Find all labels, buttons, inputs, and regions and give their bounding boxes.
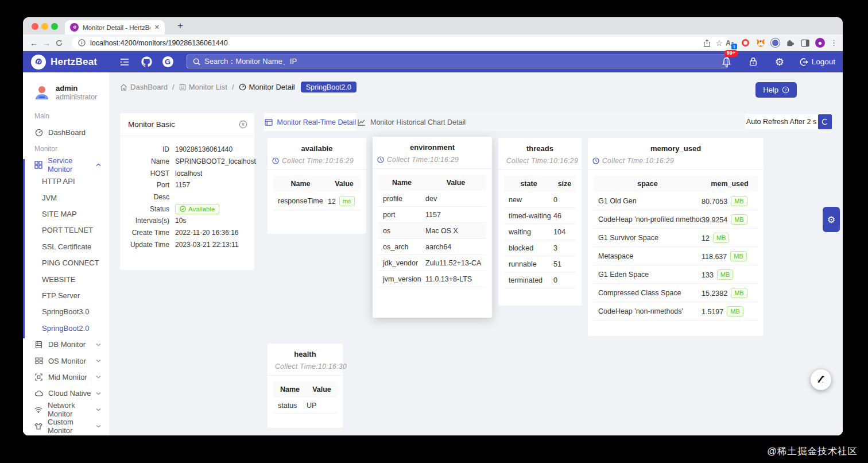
fullscreen-window-button[interactable] [51, 23, 58, 30]
unit-badge: MB [731, 196, 747, 206]
sidebar-item-db-monitor[interactable]: DB Monitor [23, 336, 109, 352]
notification-bell-icon[interactable]: 99+ [720, 55, 734, 69]
sidebar: admin administrator Main DashBoard Monit… [23, 72, 109, 435]
table-row: port1157 [378, 207, 486, 223]
browser-profile-avatar[interactable]: ☻ [815, 38, 825, 48]
search-icon [193, 58, 200, 65]
chevron-up-icon [96, 163, 101, 167]
breadcrumb-monitor-list[interactable]: Monitor List [179, 83, 227, 91]
logout-label: Logout [812, 57, 835, 66]
hertzbeat-brand[interactable]: HertzBeat [31, 55, 97, 70]
reload-icon[interactable] [53, 37, 65, 49]
dashboard-icon [34, 129, 43, 137]
magic-wand-cursor-icon [811, 369, 831, 390]
sidebar-item-springboot3[interactable]: SpringBoot3.0 [23, 304, 109, 320]
help-button[interactable]: Help ? [755, 82, 797, 98]
site-info-icon[interactable] [78, 39, 86, 47]
sidebar-item-http-api[interactable]: HTTP API [23, 173, 109, 190]
share-icon[interactable] [703, 39, 711, 47]
card-title: available [268, 138, 366, 153]
user-block: admin administrator [23, 80, 109, 108]
collect-time: Collect Time:10:16:30 [275, 362, 347, 371]
browser-tab-strip: Monitor Detail - HertzBeat ✕ + [23, 17, 843, 34]
gitee-icon[interactable]: G [161, 55, 175, 69]
card-close-icon[interactable] [239, 120, 247, 129]
tab-historical-chart[interactable]: Monitor Historical Chart Detail [356, 113, 467, 131]
unit-badge: MB [717, 269, 734, 280]
user-avatar [33, 84, 51, 101]
minimize-window-button[interactable] [41, 23, 48, 30]
table-row: responseTime12ms [273, 192, 361, 210]
browser-menu-icon[interactable]: ⋮ [830, 38, 838, 47]
tab-realtime-detail[interactable]: Monitor Real-Time Detail [264, 113, 356, 131]
refresh-button[interactable] [818, 114, 832, 129]
hertzbeat-logo-icon [31, 55, 46, 70]
close-window-button[interactable] [32, 23, 38, 30]
sidebar-item-label: DB Monitor [48, 340, 86, 349]
forward-icon[interactable]: → [40, 37, 53, 49]
sidebar-item-custom-monitor[interactable]: Custom Monitor [23, 418, 109, 434]
metamask-extension-icon[interactable] [755, 38, 765, 48]
collect-time: Collect Time:10:16:29 [387, 156, 459, 164]
red-extension-icon[interactable] [741, 38, 750, 48]
table-row: waiting104 [504, 224, 576, 240]
back-icon[interactable]: ← [28, 37, 40, 49]
table-row: osMac OS X [378, 223, 486, 239]
gear-icon: ⚙ [827, 214, 835, 225]
browser-tab[interactable]: Monitor Detail - HertzBeat ✕ [65, 20, 165, 34]
menu-fold-icon[interactable] [118, 55, 131, 69]
chevron-down-icon [96, 343, 101, 346]
new-tab-button[interactable]: + [173, 19, 187, 33]
sidebar-item-os-monitor[interactable]: OS Monitor [23, 353, 109, 369]
basic-card-title: Monitor Basic [128, 120, 239, 129]
search-placeholder: Search：Monitor Name、IP [204, 56, 297, 67]
sidebar-item-ssl-certificate[interactable]: SSL Certificate [23, 238, 109, 254]
sidebar-item-website[interactable]: WEBSITE [23, 271, 109, 287]
breadcrumb-separator: / [232, 83, 234, 91]
sidebar-item-label: Network Monitor [48, 401, 96, 418]
sidebar-item-ping-connect[interactable]: PING CONNECT [23, 255, 109, 271]
sidebar-item-dashboard[interactable]: DashBoard [23, 124, 109, 140]
bookmark-star-icon[interactable]: ☆ [715, 39, 723, 47]
clock-icon [377, 156, 384, 163]
sidebar-item-network-monitor[interactable]: Network Monitor [23, 402, 109, 418]
logout-button[interactable]: Logout [799, 57, 835, 67]
sidebar-item-service-monitor[interactable]: Service Monitor [23, 157, 109, 173]
check-circle-icon [180, 206, 186, 212]
unit-badge: MB [730, 251, 747, 261]
translate-extension-icon[interactable]: Aあ 1 [726, 38, 735, 48]
table-row: runnable51 [504, 256, 576, 272]
lock-icon[interactable] [746, 55, 760, 69]
sidebar-item-ftp-server[interactable]: FTP Server [23, 287, 109, 303]
url-text[interactable]: localhost:4200/monitors/190286136061440 [90, 39, 699, 47]
breadcrumb: DashBoard / Monitor List / Monitor Detai… [120, 82, 356, 92]
sidebar-item-mid-monitor[interactable]: Mid Monitor [23, 369, 109, 385]
side-panel-icon[interactable] [800, 38, 810, 48]
sidebar-item-cloud-native[interactable]: Cloud Native [23, 385, 109, 402]
card-title: health [268, 344, 343, 358]
sidebar-item-port-telnet[interactable]: PORT TELNET [23, 222, 109, 238]
breadcrumb-dashboard[interactable]: DashBoard [120, 83, 168, 91]
settings-drawer-button[interactable]: ⚙ [823, 207, 840, 232]
tab-close-icon[interactable]: ✕ [154, 24, 160, 31]
sidebar-group-monitor: Monitor [23, 141, 109, 157]
sidebar-item-site-map[interactable]: SITE MAP [23, 206, 109, 222]
extensions-puzzle-icon[interactable] [785, 38, 795, 48]
github-icon[interactable] [140, 55, 153, 69]
sidebar-item-label: Mid Monitor [48, 373, 87, 381]
settings-gear-icon[interactable]: ⚙ [773, 55, 786, 69]
unit-badge: MB [727, 306, 743, 317]
table-row: jdk_vendorZulu11.52+13-CA [378, 255, 486, 271]
auto-refresh-select[interactable]: Auto Refresh After 2 s [745, 114, 817, 129]
main-content: DashBoard / Monitor List / Monitor Detai… [109, 72, 843, 435]
table-row: G1 Eden Space133MB [594, 265, 758, 284]
table-row: terminated0 [504, 272, 576, 288]
sidebar-item-springboot2[interactable]: SpringBoot2.0 [23, 320, 109, 336]
sidebar-item-jvm[interactable]: JVM [23, 190, 109, 206]
chevron-down-icon [96, 375, 101, 379]
url-bar[interactable]: localhost:4200/monitors/190286136061440 … [72, 37, 729, 49]
sidebar-item-label: Cloud Native [48, 389, 91, 398]
extensions-area: Aあ 1 ☻ ⋮ [726, 34, 838, 51]
search-input[interactable]: Search：Monitor Name、IP [187, 55, 728, 68]
purple-extension-icon[interactable] [770, 38, 780, 48]
